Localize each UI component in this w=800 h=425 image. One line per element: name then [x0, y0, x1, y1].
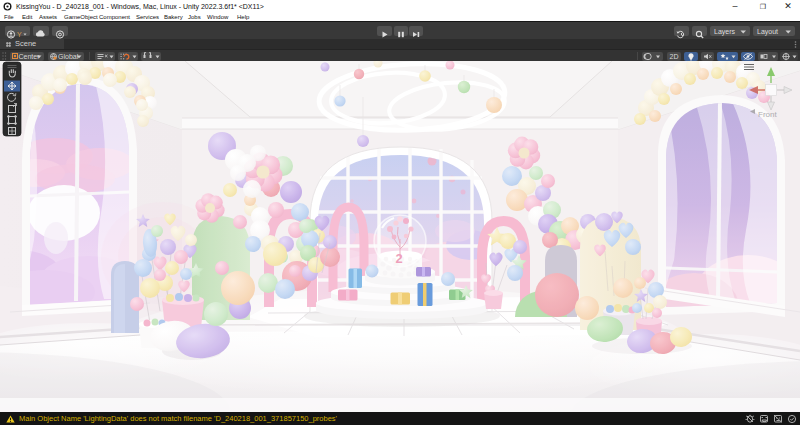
svg-text:Y: Y — [17, 31, 22, 38]
svg-text:Front: Front — [758, 110, 777, 119]
